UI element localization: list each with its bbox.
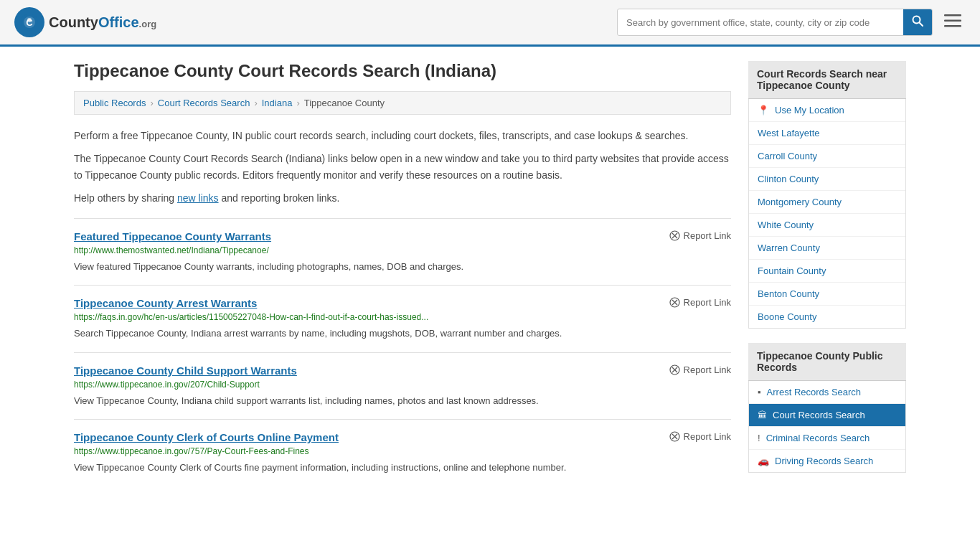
result-desc-3: View Tippecanoe County Clerk of Courts f…: [74, 461, 731, 475]
result-title-2[interactable]: Tippecanoe County Child Support Warrants: [74, 364, 297, 377]
nearby-list: 📍 Use My Location West Lafayette Carroll…: [748, 99, 906, 329]
result-title-0[interactable]: Featured Tippecanoe County Warrants: [74, 230, 271, 242]
nearby-header: Court Records Search near Tippecanoe Cou…: [748, 61, 906, 99]
svg-point-3: [27, 18, 32, 22]
results-container: Featured Tippecanoe County Warrants Repo…: [74, 218, 731, 486]
nearby-fountain-county[interactable]: Fountain County: [749, 260, 905, 283]
result-card-3: Tippecanoe County Clerk of Courts Online…: [74, 419, 731, 486]
main-container: Tippecanoe County Court Records Search (…: [60, 47, 920, 501]
svg-rect-7: [944, 20, 961, 22]
location-pin-icon: 📍: [758, 105, 769, 116]
result-url-3: https://www.tippecanoe.in.gov/757/Pay-Co…: [74, 446, 731, 456]
nearby-benton-county[interactable]: Benton County: [749, 283, 905, 306]
header: C CountyOffice.org: [0, 0, 980, 47]
records-section: Tippecanoe County Public Records ▪ Arres…: [748, 343, 906, 473]
records-header: Tippecanoe County Public Records: [748, 343, 906, 381]
new-links[interactable]: new links: [177, 192, 219, 204]
report-icon-2: [669, 364, 680, 375]
nearby-warren-county[interactable]: Warren County: [749, 237, 905, 260]
header-right: [617, 9, 966, 36]
logo-text: CountyOffice.org: [49, 14, 156, 31]
nearby-carroll-county[interactable]: Carroll County: [749, 145, 905, 168]
nearby-clinton-county[interactable]: Clinton County: [749, 168, 905, 191]
result-url-0: http://www.themostwanted.net/Indiana/Tip…: [74, 245, 731, 255]
records-arrest[interactable]: ▪ Arrest Records Search: [749, 381, 905, 404]
description-2: The Tippecanoe County Court Records Sear…: [74, 151, 731, 183]
result-header-2: Tippecanoe County Child Support Warrants…: [74, 364, 731, 377]
use-location-item[interactable]: 📍 Use My Location: [749, 99, 905, 122]
result-header-0: Featured Tippecanoe County Warrants Repo…: [74, 230, 731, 242]
search-button[interactable]: [903, 9, 932, 35]
breadcrumb-sep-2: ›: [254, 98, 257, 108]
breadcrumb-sep-3: ›: [296, 98, 299, 108]
records-court[interactable]: 🏛 Court Records Search: [749, 404, 905, 427]
result-title-3[interactable]: Tippecanoe County Clerk of Courts Online…: [74, 431, 339, 443]
logo-area: C CountyOffice.org: [14, 7, 156, 37]
svg-rect-8: [944, 25, 961, 27]
driving-icon: 🚗: [758, 456, 769, 466]
nearby-west-lafayette[interactable]: West Lafayette: [749, 122, 905, 145]
report-link-0[interactable]: Report Link: [669, 230, 731, 241]
result-card-0: Featured Tippecanoe County Warrants Repo…: [74, 218, 731, 286]
content-area: Tippecanoe County Court Records Search (…: [74, 61, 731, 487]
breadcrumb-sep-1: ›: [150, 98, 153, 108]
result-card-2: Tippecanoe County Child Support Warrants…: [74, 352, 731, 420]
nearby-white-county[interactable]: White County: [749, 214, 905, 237]
sidebar: Court Records Search near Tippecanoe Cou…: [748, 61, 906, 487]
nearby-section: Court Records Search near Tippecanoe Cou…: [748, 61, 906, 329]
result-desc-0: View featured Tippecanoe County warrants…: [74, 260, 731, 274]
result-url-2: https://www.tippecanoe.in.gov/207/Child-…: [74, 380, 731, 390]
criminal-icon: !: [758, 433, 760, 443]
result-url-1: https://faqs.in.gov/hc/en-us/articles/11…: [74, 312, 731, 322]
breadcrumb-public-records[interactable]: Public Records: [83, 98, 146, 108]
logo-icon: C: [14, 7, 44, 37]
records-list: ▪ Arrest Records Search 🏛 Court Records …: [748, 381, 906, 473]
report-icon-1: [669, 297, 680, 308]
records-criminal[interactable]: ! Criminal Records Search: [749, 427, 905, 450]
svg-rect-6: [944, 14, 961, 17]
report-link-1[interactable]: Report Link: [669, 297, 731, 308]
report-icon-3: [669, 431, 680, 442]
nearby-boone-county[interactable]: Boone County: [749, 306, 905, 328]
report-link-3[interactable]: Report Link: [669, 431, 731, 442]
result-desc-2: View Tippecanoe County, Indiana child su…: [74, 394, 731, 408]
report-icon-0: [669, 230, 680, 241]
arrest-icon: ▪: [758, 387, 761, 397]
page-title: Tippecanoe County Court Records Search (…: [74, 61, 731, 81]
nearby-montgomery-county[interactable]: Montgomery County: [749, 191, 905, 214]
svg-line-5: [920, 23, 923, 27]
search-input[interactable]: [618, 11, 903, 34]
menu-icon[interactable]: [940, 10, 966, 34]
result-header-3: Tippecanoe County Clerk of Courts Online…: [74, 431, 731, 443]
use-location-link[interactable]: 📍 Use My Location: [749, 99, 905, 121]
result-desc-1: Search Tippecanoe County, Indiana arrest…: [74, 326, 731, 341]
search-bar: [617, 9, 933, 36]
result-card-1: Tippecanoe County Arrest Warrants Report…: [74, 285, 731, 352]
breadcrumb-current: Tippecanoe County: [304, 98, 385, 108]
breadcrumb-court-records[interactable]: Court Records Search: [158, 98, 250, 108]
result-title-1[interactable]: Tippecanoe County Arrest Warrants: [74, 297, 257, 309]
description-3: Help others by sharing new links and rep…: [74, 190, 731, 206]
breadcrumb: Public Records › Court Records Search › …: [74, 91, 731, 115]
report-link-2[interactable]: Report Link: [669, 364, 731, 375]
breadcrumb-indiana[interactable]: Indiana: [262, 98, 293, 108]
records-driving[interactable]: 🚗 Driving Records Search: [749, 450, 905, 472]
description-1: Perform a free Tippecanoe County, IN pub…: [74, 128, 731, 143]
result-header-1: Tippecanoe County Arrest Warrants Report…: [74, 297, 731, 309]
court-icon: 🏛: [758, 410, 767, 420]
